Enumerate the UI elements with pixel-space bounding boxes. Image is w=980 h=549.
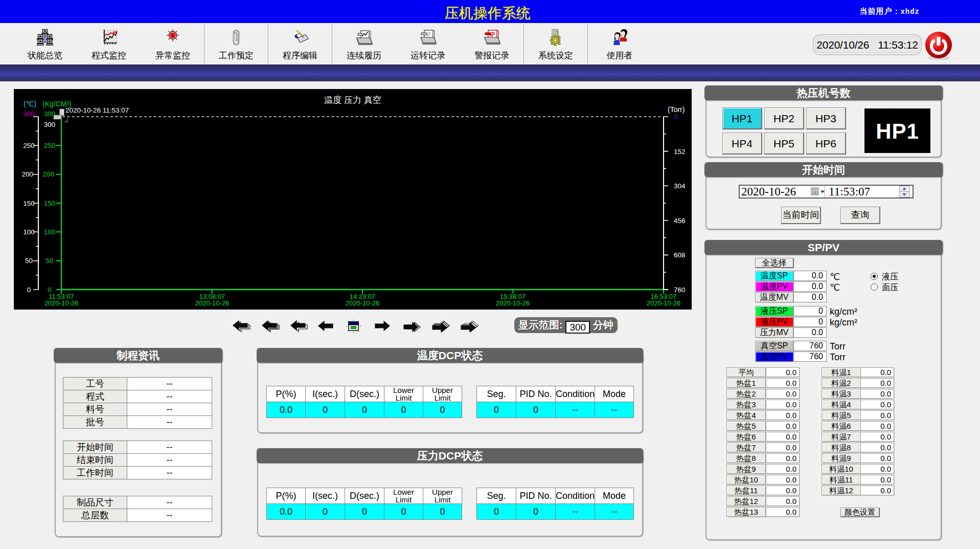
svg-text:100: 100 [23,228,35,236]
svg-text:152: 152 [674,148,686,156]
svg-text:(Torr): (Torr) [668,105,685,114]
svg-text:50: 50 [25,257,33,265]
svg-text:150: 150 [44,200,56,207]
svg-text:200: 200 [42,170,54,178]
svg-text:760: 760 [674,286,686,294]
svg-text:200: 200 [21,170,33,178]
svg-text:304: 304 [674,182,686,190]
svg-text:456: 456 [674,217,686,225]
svg-text:300: 300 [23,110,35,118]
svg-text:2020-10-26 11:53:07: 2020-10-26 11:53:07 [65,106,129,114]
svg-text:250: 250 [23,142,35,149]
svg-text:608: 608 [674,251,686,259]
svg-text:100: 100 [44,228,56,236]
svg-text:250: 250 [44,142,56,149]
svg-text:300: 300 [44,121,56,128]
svg-text:温度 压力 真空: 温度 压力 真空 [324,95,381,105]
svg-text:2020-10-26: 2020-10-26 [44,299,79,307]
svg-text:2020-10-26: 2020-10-26 [195,299,230,307]
svg-text:2020-10-26: 2020-10-26 [496,299,530,307]
svg-text:150: 150 [23,200,35,207]
svg-text:0: 0 [674,113,678,121]
svg-text:2020-10-26: 2020-10-26 [647,299,681,307]
svg-text:2020-10-26: 2020-10-26 [346,299,380,307]
svg-text:50: 50 [45,257,53,265]
svg-text:0: 0 [27,286,31,294]
svg-text:(℃): (℃) [24,100,36,108]
